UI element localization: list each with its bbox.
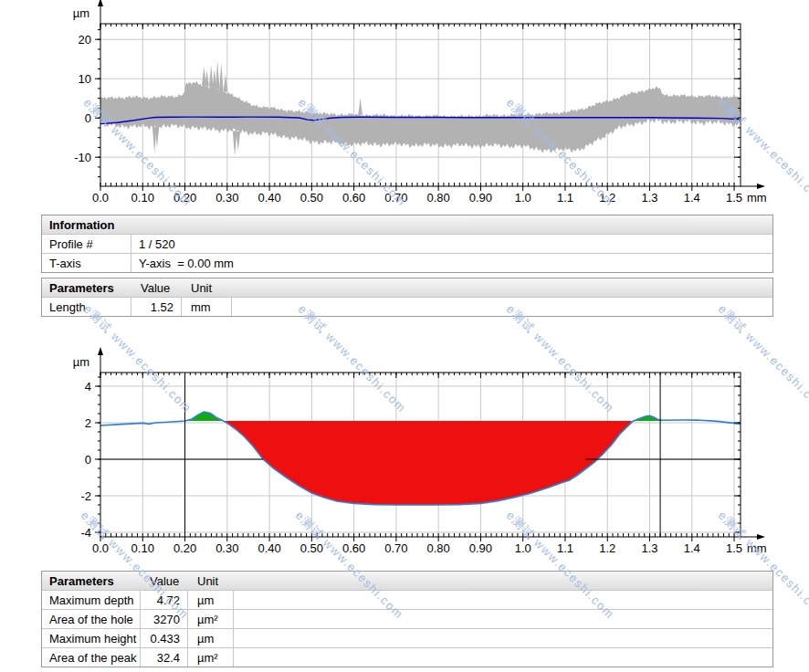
row-filler <box>234 591 772 609</box>
axis-label: -2 <box>80 489 91 503</box>
axis-label: 0.20 <box>173 191 196 205</box>
axis-label: 0.30 <box>215 191 238 205</box>
row-filler <box>234 629 772 647</box>
parameter-label: Area of the hole <box>42 610 141 628</box>
axis-label: 1.0 <box>515 191 531 205</box>
axis-label: 1.4 <box>684 191 700 205</box>
y-axis-arrowhead <box>98 347 103 355</box>
row-filler <box>234 648 772 667</box>
axis-label: 2 <box>85 416 91 430</box>
axis-label: 0.0 <box>92 541 109 555</box>
parameter-unit: µm² <box>188 648 234 667</box>
table-row: Profile # 1 / 520 <box>42 234 772 253</box>
axis-label: 1.3 <box>641 541 657 555</box>
column-header-unit: Unit <box>182 278 232 297</box>
table-row: T-axis Y-axis = 0.00 mm <box>42 253 772 272</box>
column-header-unit: Unit <box>188 572 234 590</box>
axis-label: 0.10 <box>131 541 154 555</box>
column-header-value: Value <box>131 278 182 297</box>
axis-label: 0.40 <box>257 191 280 205</box>
parameters-table-bottom-header: Parameters Value Unit <box>42 572 772 590</box>
axis-label: 0.90 <box>469 191 492 205</box>
information-table-header: Information <box>42 215 772 234</box>
axis-label: 10 <box>79 72 91 86</box>
info-value: Y-axis = 0.00 mm <box>131 254 772 272</box>
info-label: T-axis <box>42 254 131 272</box>
table-row: Length 1.52 mm <box>42 297 772 316</box>
axis-label: 1.4 <box>684 541 700 555</box>
x-axis-arrowhead <box>757 184 765 189</box>
axis-label: 1.0 <box>515 541 531 555</box>
parameters-table-bottom: Parameters Value Unit Maximum depth 4.72… <box>41 571 773 667</box>
table-title: Parameters <box>42 278 131 297</box>
axis-label: 0.90 <box>469 541 492 555</box>
axis-label: 1.2 <box>599 191 615 205</box>
axis-label: mm <box>747 541 767 555</box>
x-axis-arrowhead <box>757 534 765 540</box>
y-axis-arrowhead <box>98 0 103 6</box>
parameter-label: Maximum height <box>42 629 141 647</box>
parameter-value: 0.433 <box>141 629 188 647</box>
axis-label: 1.2 <box>599 541 615 555</box>
axis-label: -4 <box>80 526 91 540</box>
axis-label: mm <box>747 191 767 205</box>
information-table: Information Profile # 1 / 520 T-axis Y-a… <box>41 215 773 273</box>
axis-label: 0.50 <box>300 191 323 205</box>
axis-label: -10 <box>74 151 91 164</box>
axis-label: 0.40 <box>257 541 280 555</box>
axis-label: 0.80 <box>427 541 450 555</box>
axis-label: 0.60 <box>342 191 365 205</box>
axis-label: µm <box>73 6 89 20</box>
parameter-value: 3270 <box>141 610 188 628</box>
parameters-table-top-header: Parameters Value Unit <box>42 278 772 297</box>
parameter-label: Length <box>42 298 131 316</box>
table-row: Maximum height 0.433 µm <box>42 628 772 647</box>
axis-label: µm <box>73 355 89 369</box>
axis-label: 0.80 <box>427 191 450 205</box>
parameter-unit: µm <box>188 629 234 647</box>
profilometry-report: 0.00.100.200.300.400.500.600.700.800.901… <box>0 0 809 672</box>
parameters-table-top: Parameters Value Unit Length 1.52 mm <box>41 278 773 317</box>
row-filler <box>234 610 772 628</box>
axis-label: 1.5 <box>726 191 742 205</box>
axis-label: 1.1 <box>557 191 573 205</box>
parameter-value: 4.72 <box>141 591 188 609</box>
table-row: Area of the peak 32.4 µm² <box>42 647 772 667</box>
parameter-unit: mm <box>182 298 232 316</box>
table-title: Information <box>42 215 131 234</box>
parameter-unit: µm <box>188 591 234 609</box>
parameter-label: Area of the peak <box>42 648 141 667</box>
axis-label: 0.30 <box>215 541 238 555</box>
table-row: Area of the hole 3270 µm² <box>42 609 772 628</box>
parameter-label: Maximum depth <box>42 591 141 609</box>
axis-label: 20 <box>79 33 91 47</box>
axis-label: 1.3 <box>641 191 657 205</box>
axis-label: 0 <box>85 453 91 467</box>
axis-label: 0.50 <box>300 541 323 555</box>
axis-label: 0.60 <box>342 541 365 555</box>
axis-label: 1.1 <box>557 541 573 555</box>
info-label: Profile # <box>42 235 131 253</box>
raw-profiles-overview-plot-area[interactable] <box>100 24 741 186</box>
axis-label: 0.20 <box>173 541 196 555</box>
parameter-value: 1.52 <box>131 298 182 316</box>
parameter-value: 32.4 <box>141 648 188 667</box>
axis-label: 0.70 <box>384 191 407 205</box>
parameter-unit: µm² <box>188 610 234 628</box>
axis-label: 4 <box>85 380 91 394</box>
info-value: 1 / 520 <box>131 235 772 253</box>
axis-label: 0.70 <box>384 541 407 555</box>
row-filler <box>232 298 772 316</box>
axis-label: 0 <box>85 111 91 125</box>
column-header-value: Value <box>141 572 188 590</box>
axis-label: 1.5 <box>726 541 742 555</box>
table-row: Maximum depth 4.72 µm <box>42 590 772 609</box>
axis-label: 0.0 <box>92 191 109 205</box>
hole-analysis-profile-plot-area[interactable] <box>100 373 741 537</box>
axis-label: 0.10 <box>131 191 154 205</box>
table-title: Parameters <box>42 572 141 590</box>
